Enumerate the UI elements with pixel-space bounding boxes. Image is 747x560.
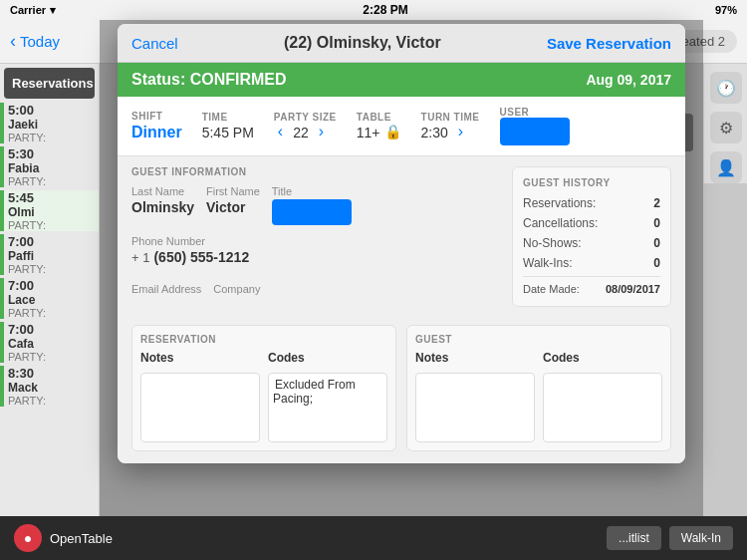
party-increase-button[interactable]: › (315, 123, 328, 140)
walkins-val: 0 (653, 256, 660, 270)
date-made-value: 08/09/2017 (606, 283, 660, 295)
details-row: SHIFT Dinner TIME 5:45 PM PARTY SIZE ‹ 2… (118, 97, 685, 156)
list-item[interactable]: 5:45 Olmi PARTY: (0, 190, 99, 231)
status-bar-right: 97% (715, 4, 737, 16)
first-name-label: First Name (206, 185, 260, 197)
item-name: Olmi (8, 205, 99, 219)
shift-label: SHIFT (131, 111, 162, 122)
shift-col: SHIFT Dinner (131, 111, 182, 141)
history-noshows-row: No-Shows: 0 (523, 236, 660, 250)
reservation-notes-col: Notes (140, 351, 260, 442)
item-party: PARTY: (8, 395, 99, 407)
guest-history-section: GUEST HISTORY Reservations: 2 Cancellati… (512, 166, 671, 307)
save-reservation-button[interactable]: Save Reservation (547, 35, 671, 52)
item-time: 7:00 (8, 234, 99, 249)
turn-time-label: TURN TIME (421, 112, 480, 123)
reservation-codes-textarea[interactable]: Excluded From Pacing; (268, 373, 387, 442)
modal-header: Cancel (22) Olminsky, Victor Save Reserv… (118, 24, 685, 63)
shift-value[interactable]: Dinner (131, 124, 182, 141)
list-item[interactable]: 7:00 Lace PARTY: (0, 278, 99, 319)
item-party: PARTY: (8, 351, 99, 363)
waitlist-button[interactable]: ...itlist (607, 526, 661, 550)
email-company-row: Email Address Company (131, 283, 502, 297)
lock-icon: 🔒 (384, 124, 401, 140)
bottom-bar: ● OpenTable ...itlist Walk-In (0, 516, 747, 560)
modal-title: (22) Olminsky, Victor (284, 34, 441, 52)
guest-notes-cols: Notes Codes (415, 351, 662, 442)
table-value: 11+ (357, 125, 380, 140)
guest-codes-textarea[interactable] (543, 373, 662, 442)
user-selector[interactable] (500, 118, 570, 145)
reservation-codes-value: Excluded From Pacing; (273, 376, 356, 408)
party-size-label: PARTY SIZE (274, 112, 337, 123)
turn-time-increase-button[interactable]: › (454, 123, 467, 140)
gear-icon[interactable]: ⚙ (710, 112, 742, 143)
modal-body: GUEST INFORMATION Last Name Olminsky Fir… (118, 156, 685, 317)
reservation-section-label: RESERVATION (140, 334, 387, 345)
party-size-control[interactable]: ‹ 22 › (274, 123, 328, 140)
cancellations-val: 0 (653, 216, 660, 230)
date-made-label: Date Made: (523, 283, 580, 295)
guest-notes-textarea[interactable] (415, 373, 535, 442)
phone-number: (650) 555-1212 (153, 249, 249, 265)
back-arrow-icon[interactable]: ‹ (10, 31, 16, 52)
status-bar-left: Carrier ▾ (10, 4, 56, 17)
history-cancellations-row: Cancellations: 0 (523, 216, 660, 230)
reservation-notes-block: RESERVATION Notes Codes Excluded From Pa… (131, 325, 396, 451)
item-time: 7:00 (8, 278, 99, 293)
cancel-button[interactable]: Cancel (131, 35, 178, 52)
party-decrease-button[interactable]: ‹ (274, 123, 287, 140)
carrier-label: Carrier (10, 4, 46, 16)
turn-time-value: 2:30 (421, 125, 448, 140)
bottom-right: ...itlist Walk-In (607, 526, 733, 550)
bottom-left: ● OpenTable (14, 524, 113, 552)
email-label: Email Address (131, 283, 201, 295)
noshows-key: No-Shows: (523, 236, 582, 250)
guest-history-label: GUEST HISTORY (523, 177, 660, 188)
title-selector[interactable] (272, 199, 352, 225)
first-name-col: First Name Victor (206, 185, 260, 225)
guest-notes-label: Notes (415, 351, 535, 365)
person-icon[interactable]: 👤 (710, 151, 742, 183)
turn-time-control[interactable]: 2:30 › (421, 123, 468, 140)
name-row: Last Name Olminsky First Name Victor Tit… (131, 185, 502, 225)
sidebar: Reservations 5:00 Jaeki PARTY: 5:30 Fabi… (0, 64, 100, 560)
walkin-button[interactable]: Walk-In (669, 526, 733, 550)
reservations-val: 2 (653, 196, 660, 210)
opentable-logo: ● (14, 524, 42, 552)
last-name-label: Last Name (131, 185, 194, 197)
clock-icon[interactable]: 🕐 (710, 72, 742, 104)
item-party: PARTY: (8, 307, 99, 319)
guest-notes-col: Notes (415, 351, 535, 442)
guest-codes-label: Codes (543, 351, 662, 365)
guest-notes-block: GUEST Notes Codes (406, 325, 671, 451)
item-time: 5:30 (8, 146, 99, 161)
reservations-tab[interactable]: Reservations (4, 68, 95, 99)
back-label[interactable]: Today (20, 33, 60, 50)
list-item[interactable]: 7:00 Cafa PARTY: (0, 322, 99, 363)
reservation-codes-label: Codes (268, 351, 387, 365)
reservations-key: Reservations: (523, 196, 596, 210)
item-name: Mack (8, 381, 99, 395)
title-col: Title (272, 185, 352, 225)
list-item[interactable]: 7:00 Paffi PARTY: (0, 234, 99, 275)
first-name-value: Victor (206, 199, 260, 215)
logo-char: ● (24, 530, 32, 546)
status-date: Aug 09, 2017 (586, 72, 671, 88)
item-time: 5:45 (8, 190, 99, 205)
list-item[interactable]: 5:30 Fabia PARTY: (0, 146, 99, 187)
time-label: TIME (202, 112, 228, 123)
item-time: 8:30 (8, 366, 99, 381)
cancellations-key: Cancellations: (523, 216, 598, 230)
history-divider (523, 276, 660, 277)
phone-label: Phone Number (131, 235, 502, 247)
noshows-val: 0 (653, 236, 660, 250)
reservation-notes-textarea[interactable] (140, 373, 260, 442)
list-item[interactable]: 8:30 Mack PARTY: (0, 366, 99, 407)
company-label: Company (213, 283, 260, 295)
top-nav-left[interactable]: ‹ Today (10, 31, 60, 52)
title-label: Title (272, 185, 352, 197)
phone-code: + 1 (131, 250, 149, 265)
guest-info-label: GUEST INFORMATION (131, 166, 502, 177)
list-item[interactable]: 5:00 Jaeki PARTY: (0, 103, 99, 143)
